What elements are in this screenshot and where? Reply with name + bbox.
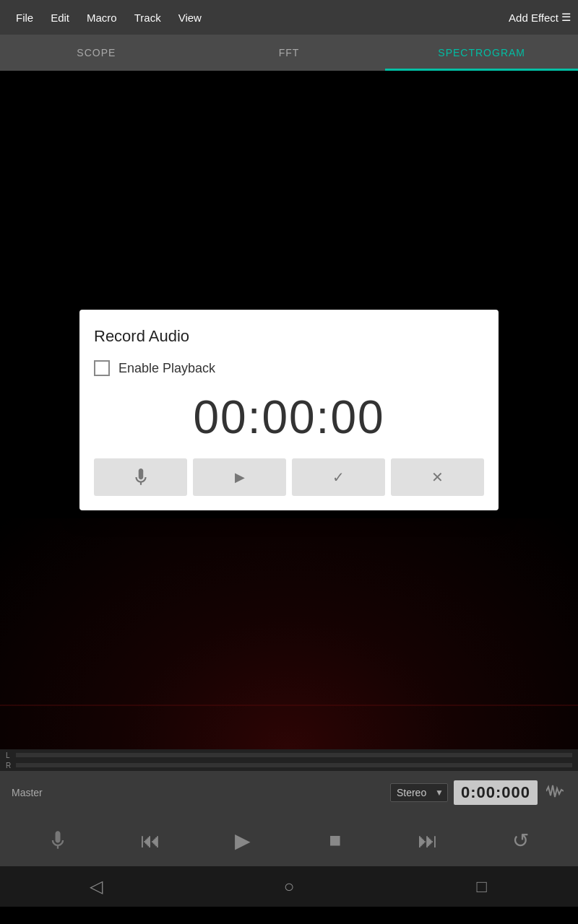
nav-back-button[interactable]: ◁ — [74, 872, 118, 901]
play-button[interactable]: ▶ — [193, 458, 286, 496]
level-row-l: L — [6, 751, 572, 759]
time-display: 0:00:000 — [454, 780, 538, 805]
transport-bar: Master Stereo Mono Left Right ▼ 0:00:000 — [0, 771, 578, 814]
nav-home-button[interactable]: ○ — [267, 872, 311, 901]
play-ctrl-button[interactable]: ▶ — [223, 820, 263, 860]
add-effect-label: Add Effect — [509, 12, 558, 24]
stereo-select[interactable]: Stereo Mono Left Right — [390, 783, 448, 802]
record-ctrl-button[interactable] — [38, 820, 78, 860]
menu-track[interactable]: Track — [126, 0, 170, 35]
skip-forward-button[interactable]: ⏭ — [407, 820, 448, 860]
master-label: Master — [12, 787, 384, 798]
nav-recent-button[interactable]: □ — [460, 872, 504, 901]
enable-playback-checkbox[interactable] — [94, 360, 110, 376]
top-menu-bar: File Edit Macro Track View Add Effect ☰ — [0, 0, 578, 35]
dialog-title: Record Audio — [94, 327, 484, 346]
skip-back-icon: ⏮ — [140, 829, 160, 853]
record-audio-dialog: Record Audio Enable Playback 00:00:00 ▶ — [79, 310, 499, 510]
menu-macro[interactable]: Macro — [78, 0, 126, 35]
menu-icon: ☰ — [561, 11, 571, 24]
level-label-r: R — [6, 762, 13, 770]
menu-edit[interactable]: Edit — [42, 0, 78, 35]
menu-file[interactable]: File — [7, 0, 42, 35]
level-bar-l — [16, 753, 572, 757]
timer-display: 00:00:00 — [94, 391, 484, 444]
playback-controls: ⏮ ▶ ■ ⏭ ↺ — [0, 814, 578, 866]
dialog-overlay: Record Audio Enable Playback 00:00:00 ▶ — [0, 71, 578, 749]
stereo-select-wrapper: Stereo Mono Left Right ▼ — [390, 783, 448, 802]
tab-scope[interactable]: SCOPE — [0, 35, 193, 71]
enable-playback-label: Enable Playback — [118, 361, 215, 376]
stop-icon: ■ — [329, 829, 342, 852]
check-icon: ✓ — [332, 468, 345, 486]
stop-button[interactable]: ■ — [315, 820, 355, 860]
waveform-icon-button[interactable] — [543, 781, 566, 805]
close-icon: ✕ — [431, 468, 444, 486]
record-button[interactable] — [94, 458, 187, 496]
level-label-l: L — [6, 751, 13, 759]
menu-view[interactable]: View — [170, 0, 210, 35]
skip-back-button[interactable]: ⏮ — [130, 820, 171, 860]
enable-playback-row: Enable Playback — [94, 360, 484, 376]
tab-bar: SCOPE FFT SPECTROGRAM — [0, 35, 578, 71]
tab-spectrogram[interactable]: SPECTROGRAM — [385, 35, 578, 71]
android-nav-bar: ◁ ○ □ — [0, 866, 578, 907]
dialog-buttons: ▶ ✓ ✕ — [94, 458, 484, 496]
back-icon: ◁ — [90, 876, 103, 897]
tab-fft[interactable]: FFT — [193, 35, 386, 71]
level-meters: L R — [0, 749, 578, 771]
loop-button[interactable]: ↺ — [500, 820, 540, 860]
close-button[interactable]: ✕ — [391, 458, 484, 496]
recent-icon: □ — [476, 876, 487, 897]
level-row-r: R — [6, 762, 572, 770]
visualization-area: Record Audio Enable Playback 00:00:00 ▶ — [0, 71, 578, 749]
play-icon: ▶ — [235, 469, 245, 485]
add-effect-button[interactable]: Add Effect ☰ — [509, 11, 571, 24]
level-bar-r — [16, 763, 572, 767]
home-icon: ○ — [284, 876, 295, 897]
loop-icon: ↺ — [512, 829, 529, 853]
play-ctrl-icon: ▶ — [235, 829, 251, 853]
confirm-button[interactable]: ✓ — [292, 458, 385, 496]
skip-forward-icon: ⏭ — [418, 829, 438, 853]
